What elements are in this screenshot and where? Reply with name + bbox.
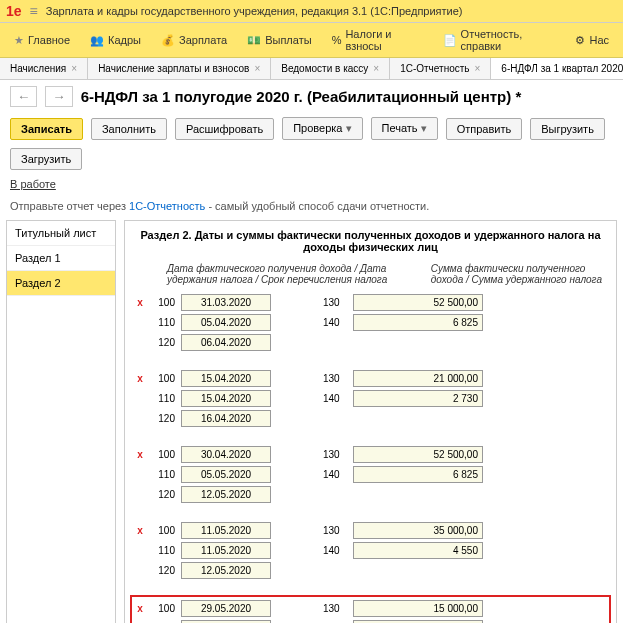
delete-icon[interactable]: x: [135, 297, 145, 308]
send-button[interactable]: Отправить: [446, 118, 523, 140]
amount-130[interactable]: 52 500,00: [353, 446, 483, 463]
date-120[interactable]: 16.04.2020: [181, 410, 271, 427]
logo-1c: 1e: [6, 3, 22, 19]
status-link[interactable]: В работе: [0, 178, 623, 196]
date-100[interactable]: 15.04.2020: [181, 370, 271, 387]
col-header-right: Сумма фактически полученного дохода / Су…: [431, 263, 606, 285]
date-100[interactable]: 29.05.2020: [181, 600, 271, 617]
gear-icon: ⚙: [575, 34, 585, 47]
code-140: 140: [323, 545, 347, 556]
decode-button[interactable]: Расшифровать: [175, 118, 274, 140]
percent-icon: %: [332, 34, 342, 46]
doc-title: 6-НДФЛ за 1 полугодие 2020 г. (Реабилита…: [81, 88, 522, 105]
date-100[interactable]: 11.05.2020: [181, 522, 271, 539]
payout-icon: 💵: [247, 34, 261, 47]
close-icon[interactable]: ×: [475, 63, 481, 74]
code-110: 110: [151, 317, 175, 328]
sidebar-item-r2[interactable]: Раздел 2: [7, 271, 115, 296]
report-icon: 📄: [443, 34, 457, 47]
write-button[interactable]: Записать: [10, 118, 83, 140]
menu-nast[interactable]: ⚙Нас: [567, 31, 617, 50]
code-100: 100: [151, 449, 175, 460]
date-110[interactable]: 05.04.2020: [181, 314, 271, 331]
info-line: Отправьте отчет через 1С-Отчетность - са…: [0, 196, 623, 220]
tab-6ndfl[interactable]: 6-НДФЛ за 1 квартал 2020 г. (Реа: [491, 58, 623, 79]
amount-140[interactable]: 6 825: [353, 314, 483, 331]
tab-1c-otch[interactable]: 1С-Отчетность×: [390, 58, 491, 79]
code-100: 100: [151, 297, 175, 308]
code-140: 140: [323, 393, 347, 404]
code-100: 100: [151, 603, 175, 614]
code-100: 100: [151, 373, 175, 384]
amount-130[interactable]: 21 000,00: [353, 370, 483, 387]
menu-nalogi[interactable]: %Налоги и взносы: [324, 25, 431, 55]
menu-otchet[interactable]: 📄Отчетность, справки: [435, 25, 564, 55]
app-title: Зарплата и кадры государственного учрежд…: [46, 5, 463, 17]
people-icon: 👥: [90, 34, 104, 47]
code-100: 100: [151, 525, 175, 536]
upload-button[interactable]: Выгрузить: [530, 118, 605, 140]
code-140: 140: [323, 317, 347, 328]
menu-zarplata[interactable]: 💰Зарплата: [153, 31, 235, 50]
code-120: 120: [151, 489, 175, 500]
date-110[interactable]: 15.04.2020: [181, 390, 271, 407]
close-icon[interactable]: ×: [373, 63, 379, 74]
data-block: x10030.04.202013052 500,0011005.05.20201…: [135, 443, 606, 509]
date-120[interactable]: 06.04.2020: [181, 334, 271, 351]
date-110[interactable]: 11.05.2020: [181, 542, 271, 559]
load-button[interactable]: Загрузить: [10, 148, 82, 170]
section-title: Раздел 2. Даты и суммы фактически получе…: [135, 229, 606, 253]
date-120[interactable]: 12.05.2020: [181, 562, 271, 579]
delete-icon[interactable]: x: [135, 525, 145, 536]
code-140: 140: [323, 469, 347, 480]
data-block: x10015.04.202013021 000,0011015.04.20201…: [135, 367, 606, 433]
data-block: x10029.05.202013015 000,0011029.05.20201…: [130, 595, 611, 623]
hamburger-icon[interactable]: ≡: [30, 3, 38, 19]
menu-vyplaty[interactable]: 💵Выплаты: [239, 31, 319, 50]
date-110[interactable]: 05.05.2020: [181, 466, 271, 483]
amount-130[interactable]: 15 000,00: [353, 600, 483, 617]
amount-140[interactable]: 4 550: [353, 542, 483, 559]
1c-report-link[interactable]: 1С-Отчетность: [129, 200, 205, 212]
check-button[interactable]: Проверка: [282, 117, 362, 140]
amount-140[interactable]: 2 730: [353, 390, 483, 407]
tab-nachisl-zp[interactable]: Начисление зарплаты и взносов×: [88, 58, 271, 79]
delete-icon[interactable]: x: [135, 603, 145, 614]
date-100[interactable]: 30.04.2020: [181, 446, 271, 463]
tab-vedom[interactable]: Ведомости в кассу×: [271, 58, 390, 79]
money-icon: 💰: [161, 34, 175, 47]
back-button[interactable]: ←: [10, 86, 37, 107]
tabbar: Начисления× Начисление зарплаты и взносо…: [0, 58, 623, 80]
code-110: 110: [151, 545, 175, 556]
code-130: 130: [323, 373, 347, 384]
delete-icon[interactable]: x: [135, 449, 145, 460]
delete-icon[interactable]: x: [135, 373, 145, 384]
code-120: 120: [151, 337, 175, 348]
code-130: 130: [323, 449, 347, 460]
code-130: 130: [323, 297, 347, 308]
amount-140[interactable]: 6 825: [353, 466, 483, 483]
data-block: x10011.05.202013035 000,0011011.05.20201…: [135, 519, 606, 585]
close-icon[interactable]: ×: [71, 63, 77, 74]
menu-main[interactable]: ★Главное: [6, 31, 78, 50]
data-block: x10031.03.202013052 500,0011005.04.20201…: [135, 291, 606, 357]
sidebar: Титульный лист Раздел 1 Раздел 2: [6, 220, 116, 623]
menu-kadry[interactable]: 👥Кадры: [82, 31, 149, 50]
fill-button[interactable]: Заполнить: [91, 118, 167, 140]
amount-130[interactable]: 52 500,00: [353, 294, 483, 311]
amount-130[interactable]: 35 000,00: [353, 522, 483, 539]
sidebar-item-title[interactable]: Титульный лист: [7, 221, 115, 246]
date-100[interactable]: 31.03.2020: [181, 294, 271, 311]
close-icon[interactable]: ×: [254, 63, 260, 74]
col-header-left: Дата фактического получения дохода / Дат…: [167, 263, 391, 285]
forward-button[interactable]: →: [45, 86, 72, 107]
star-icon: ★: [14, 34, 24, 47]
tab-nachisl[interactable]: Начисления×: [0, 58, 88, 79]
code-130: 130: [323, 525, 347, 536]
code-110: 110: [151, 469, 175, 480]
sidebar-item-r1[interactable]: Раздел 1: [7, 246, 115, 271]
main-panel: Раздел 2. Даты и суммы фактически получе…: [124, 220, 617, 623]
print-button[interactable]: Печать: [371, 117, 438, 140]
date-120[interactable]: 12.05.2020: [181, 486, 271, 503]
code-130: 130: [323, 603, 347, 614]
